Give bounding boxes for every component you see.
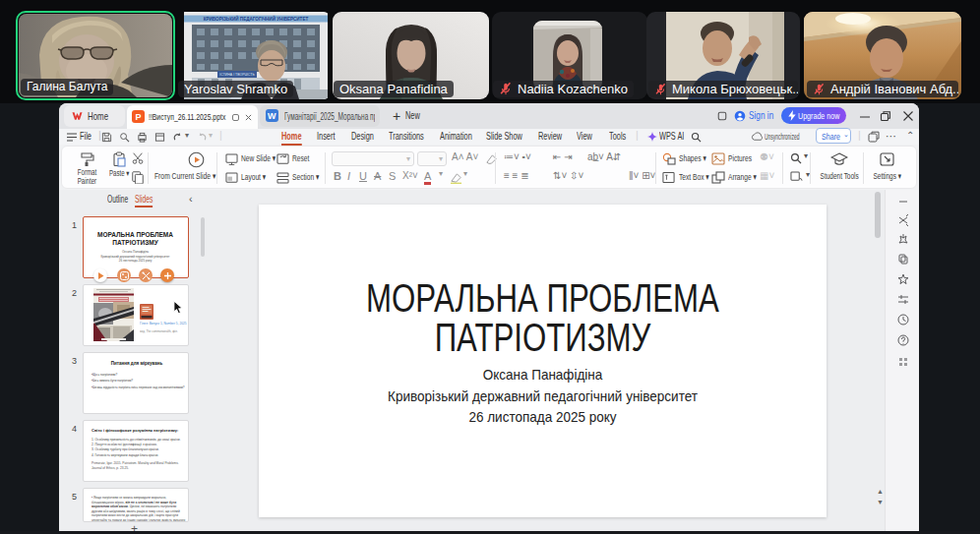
svg-text:ІСТИНА І ТВОРЧІСТЬ: ІСТИНА І ТВОРЧІСТЬ: [219, 73, 255, 77]
svg-text:КРИВОРІЗЬКИЙ ПЕДАГОГІЧНИЙ УН: КРИВОРІЗЬКИЙ ПЕДАГОГІЧНИЙ УНІВЕРСИТЕТ: [204, 15, 309, 22]
